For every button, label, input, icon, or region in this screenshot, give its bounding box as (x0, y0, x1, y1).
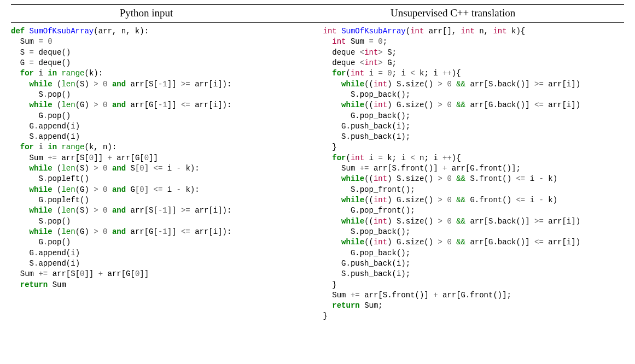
figure-container: Python input Unsupervised C++ translatio… (0, 0, 635, 332)
header-left: Python input (120, 7, 173, 19)
column-headers: Python input Unsupervised C++ translatio… (11, 5, 624, 22)
cpp-code-block: int SumOfKsubArray(int arr[], int n, int… (323, 26, 625, 322)
python-code-block: def SumOfKsubArray(arr, n, k): Sum = 0 S… (11, 26, 312, 290)
cpp-column: int SumOfKsubArray(int arr[], int n, int… (323, 23, 625, 322)
python-column: def SumOfKsubArray(arr, n, k): Sum = 0 S… (11, 23, 312, 322)
header-right: Unsupervised C++ translation (391, 7, 515, 19)
code-columns: def SumOfKsubArray(arr, n, k): Sum = 0 S… (11, 23, 624, 322)
